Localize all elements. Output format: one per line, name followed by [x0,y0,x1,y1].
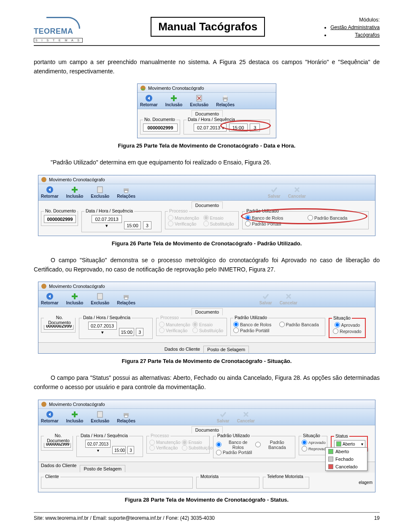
tab-documento[interactable]: Documento [192,202,223,209]
svg-rect-13 [97,187,103,193]
svg-rect-27 [97,411,103,417]
sequencia-field[interactable]: 3 [143,221,151,229]
status-option-cancelado[interactable]: Cancelado [326,463,367,470]
radio-verificacao [168,221,173,226]
data-field[interactable]: 02.07.2013 ▾ [194,124,227,132]
page-title: Manual Tacógrafos [151,17,265,37]
tab-documento[interactable]: Documento [192,426,223,433]
page-footer: Site: www.teorema.inf.br / Email: suport… [34,515,380,521]
window-icon [41,401,47,407]
window-title-text: Movimento Cronotacógrafo [49,402,105,407]
radio-banco-rolos[interactable] [233,322,239,327]
page-header: TEOREMA S I S T E M A S Manual Tacógrafo… [34,17,380,43]
relacoes-button[interactable]: Relações [117,293,135,305]
logo: TEOREMA S I S T E M A S [34,17,93,43]
check-icon [270,186,278,193]
exclusao-button[interactable]: Exclusão [91,411,109,423]
exclusao-button[interactable]: Exclusão [91,186,109,199]
status-color-red [328,464,333,469]
relacoes-button[interactable]: Relações [216,94,235,107]
salvar-button: Salvar [217,411,230,423]
sequencia-field[interactable]: 3 [127,446,134,454]
relacoes-button[interactable]: Relações [117,186,135,199]
inclusao-button[interactable]: Inclusão [66,186,84,199]
cancelar-button: Cancelar [288,186,306,199]
tab-posto-selagem[interactable]: Posto de Selagem [203,346,249,353]
inclusao-button[interactable]: Inclusão [165,94,183,107]
hora-field[interactable]: 15:00 [124,221,141,229]
radio-padrao-bancada[interactable] [308,215,313,220]
toolbar: Retornar Inclusão Exclusão Relações [138,93,276,109]
figure-caption: Figura 26 Parte Tela de Movimento de Cro… [34,240,380,247]
tab-posto-selagem[interactable]: Posto de Selagem [80,465,125,472]
status-dropdown-menu: Aberto Fechado Cancelado [325,447,367,471]
data-field[interactable]: 02.07.2013 ▾ [92,215,122,223]
relacoes-button[interactable]: Relações [117,411,135,423]
inclusao-button[interactable]: Inclusão [66,411,84,423]
figure-27: Movimento Cronotacógrafo Retornar Inclus… [38,282,375,354]
no-documento-field[interactable]: 0000002999 [143,124,178,132]
sequencia-field[interactable]: 3 [136,328,143,336]
retornar-button[interactable]: Retornar [41,293,59,305]
exclusao-button[interactable]: Exclusão [91,293,109,305]
salvar-button: Salvar [268,186,281,199]
cancelar-button: Cancelar [280,293,297,305]
back-icon [145,94,153,102]
radio-padrao-bancada[interactable] [279,322,285,327]
retornar-button[interactable]: Retornar [140,94,158,107]
print-icon [221,94,229,102]
figure-caption: Figura 25 Parte Tela de Movimento de Cro… [34,142,380,149]
page-number: 19 [374,515,380,521]
window-titlebar: Movimento Cronotacógrafo [138,84,276,93]
logo-text: TEOREMA [34,27,93,36]
svg-point-16 [41,284,46,289]
status-option-aberto[interactable]: Aberto [326,448,367,455]
radio-reprovado[interactable] [333,328,338,334]
cancelar-button: Cancelar [237,411,255,423]
hora-field[interactable]: 15:00 [229,124,248,132]
no-documento-field[interactable]: 0000002999 [44,215,76,223]
retornar-button[interactable]: Retornar [41,186,59,199]
modules-heading: Módulos: [323,17,380,23]
tab-documento[interactable]: Documento [192,110,223,117]
body-paragraph: O campo para "Status" possui as alternat… [34,373,380,392]
figure-26: Movimento Cronotacógrafo Retornar Inclus… [38,175,375,236]
svg-rect-15 [124,191,128,193]
radio-substituicao [203,221,209,226]
logo-subtext: S I S T E M A S [34,38,83,43]
module-item: Gestão Administrativa [330,24,380,30]
radio-padrao-portatil[interactable] [245,221,251,226]
svg-rect-8 [224,99,227,101]
svg-rect-19 [72,296,78,297]
radio-banco-rolos[interactable] [245,215,251,220]
radio-aprovado[interactable] [335,322,340,328]
body-paragraph: O campo "Situação" demonstra se o proces… [34,256,380,274]
fieldset-situacao: Situação Aprovado Reprovado [329,318,366,338]
svg-point-9 [41,177,46,182]
window-icon [140,85,146,91]
fieldset-data-hora: Data / Hora / Sequência 02.07.2013 ▾ 15:… [184,120,270,134]
body-paragraph: portanto um campo a ser preenchido manua… [34,58,380,76]
svg-rect-7 [224,95,227,97]
inclusao-button[interactable]: Inclusão [66,293,84,305]
label-dados-cliente: Dados do Cliente [41,463,76,472]
data-field[interactable]: 02.07.2013 ▾ [88,322,117,330]
print-icon [122,186,130,193]
sequencia-field[interactable]: 3 [250,124,260,132]
hora-field[interactable]: 15:00 [119,328,134,336]
window-icon [41,283,47,289]
figure-caption: Figura 27 Parte Tela de Movimento de Cro… [34,358,380,364]
radio-padrao-portatil[interactable] [233,328,239,333]
hora-field[interactable]: 15:00 [112,446,126,454]
exclusao-button[interactable]: Exclusão [190,94,208,107]
divider [34,45,380,46]
delete-icon [195,94,203,102]
figure-28: Movimento Cronotacógrafo Retornar Inclus… [38,400,375,492]
tab-documento[interactable]: Documento [192,308,223,315]
status-option-fechado[interactable]: Fechado [326,455,367,463]
svg-rect-1 [141,89,145,90]
radio-manutencao [168,215,173,220]
figure-caption: Figura 28 Parte Tela de Movimento de Cro… [34,497,380,503]
data-field[interactable]: 02.07.2013 ▾ [85,440,111,448]
retornar-button[interactable]: Retornar [41,411,59,423]
